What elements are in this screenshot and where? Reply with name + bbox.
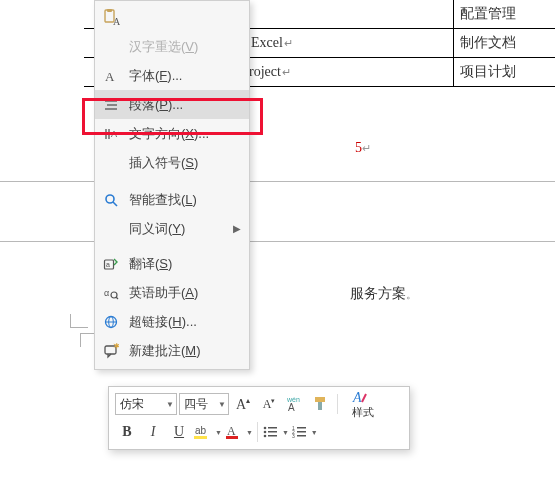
table-cell[interactable]: 项目计划 [454,58,555,86]
table-cell[interactable] [245,0,454,28]
svg-rect-36 [268,435,277,437]
svg-text:A: A [105,69,115,84]
svg-text:✶: ✶ [113,343,119,351]
svg-rect-24 [315,397,325,402]
svg-text:A: A [113,16,120,27]
body-text[interactable]: 服务方案。 [350,285,417,303]
svg-text:A: A [352,390,362,405]
svg-rect-35 [268,431,277,433]
page-footer-number: 5↵ [355,140,371,156]
menu-label: 超链接(H)... [129,313,197,331]
svg-text:3: 3 [292,433,295,439]
svg-text:A: A [227,424,236,438]
shrink-font-button[interactable]: A▾ [257,392,281,416]
clipboard-font-icon: A [101,8,121,28]
paragraph-icon [101,95,121,115]
italic-icon: I [151,424,156,440]
menu-paste-options[interactable]: A [95,3,249,32]
hyperlink-icon [101,312,121,332]
italic-button[interactable]: I [141,420,165,444]
font-size-combo[interactable]: 四号 ▼ [179,393,229,415]
submenu-arrow-icon: ▶ [233,223,241,234]
svg-rect-34 [268,427,277,429]
svg-text:a: a [106,261,110,268]
svg-rect-30 [226,436,238,439]
shrink-font-icon: A▾ [263,397,276,412]
cell-text: 项目计划 [460,63,516,81]
english-assist-icon: α [101,283,121,303]
font-a-icon: A [101,66,121,86]
page-edge [0,241,555,242]
underline-button[interactable]: U [167,420,191,444]
combo-value: 仿宋 [120,396,144,413]
svg-rect-28 [194,436,207,439]
menu-label: 英语助手(A) [129,284,198,302]
cell-text: roject [249,64,281,80]
menu-label: 文字方向(X)... [129,125,209,143]
menu-smart-lookup[interactable]: 智能查找(L) [95,185,249,214]
bullets-button[interactable]: ▼ [262,420,289,444]
grow-font-icon: A▴ [236,396,250,413]
table-cell[interactable]: roject↵ [245,58,454,86]
table-cell[interactable]: Excel↵ [245,29,454,57]
menu-label: 翻译(S) [129,255,172,273]
translate-icon: a [101,254,121,274]
brush-icon [312,395,330,413]
mini-toolbar: 仿宋 ▼ 四号 ▼ A▴ A▾ wénA A 样式 B I [108,386,410,450]
menu-hanzi-reselect: 汉字重选(V) [95,32,249,61]
chevron-down-icon: ▼ [218,400,226,409]
svg-text:ab: ab [195,425,207,436]
svg-rect-25 [318,402,322,410]
svg-point-10 [106,195,114,203]
svg-rect-42 [297,435,306,437]
combo-value: 四号 [184,396,208,413]
font-color-button[interactable]: A▼ [224,420,253,444]
new-comment-icon: ✶ [101,341,121,361]
menu-insert-symbol[interactable]: 插入符号(S) [95,148,249,177]
grow-font-button[interactable]: A▴ [231,392,255,416]
svg-rect-41 [297,431,306,433]
context-menu: A 汉字重选(V) A 字体(F)... 段落(P)... A 文字方向(X).… [94,0,250,370]
svg-point-31 [264,427,267,430]
menu-hyperlink[interactable]: 超链接(H)... [95,307,249,336]
bold-icon: B [122,424,131,440]
menu-font[interactable]: A 字体(F)... [95,61,249,90]
numbering-icon: 123 [291,424,309,440]
search-icon [101,190,121,210]
text-direction-icon: A [101,124,121,144]
menu-translate[interactable]: a 翻译(S) [95,249,249,278]
menu-label: 新建批注(M) [129,342,201,360]
phonetic-guide-button[interactable]: wénA [283,392,307,416]
menu-label: 汉字重选(V) [129,38,198,56]
menu-paragraph[interactable]: 段落(P)... [95,90,249,119]
svg-rect-1 [107,9,112,12]
menu-label: 智能查找(L) [129,191,197,209]
menu-label: 段落(P)... [129,96,183,114]
menu-label: 同义词(Y) [129,220,185,238]
styles-icon: A [352,389,374,405]
margin-marker [70,314,88,328]
menu-text-direction[interactable]: A 文字方向(X)... [95,119,249,148]
menu-english-assist[interactable]: α 英语助手(A) [95,278,249,307]
font-name-combo[interactable]: 仿宋 ▼ [115,393,177,415]
font-color-icon: A [224,423,244,441]
svg-point-33 [264,435,267,438]
menu-label: 字体(F)... [129,67,182,85]
highlight-button[interactable]: ab▼ [193,420,222,444]
bullets-icon [262,424,280,440]
svg-line-16 [116,297,118,299]
bold-button[interactable]: B [115,420,139,444]
svg-point-32 [264,431,267,434]
svg-rect-40 [297,427,306,429]
svg-text:α: α [104,288,109,298]
format-painter-button[interactable] [309,392,333,416]
menu-new-comment[interactable]: ✶ 新建批注(M) [95,336,249,365]
styles-button[interactable]: A 样式 [342,389,384,420]
chevron-down-icon: ▼ [166,400,174,409]
menu-label: 插入符号(S) [129,154,198,172]
table-cell[interactable]: 配置管理 [454,0,555,28]
numbering-button[interactable]: 123▼ [291,420,318,444]
table-cell[interactable]: 制作文档 [454,29,555,57]
menu-thesaurus[interactable]: 同义词(Y) ▶ [95,214,249,243]
svg-line-11 [113,202,117,206]
